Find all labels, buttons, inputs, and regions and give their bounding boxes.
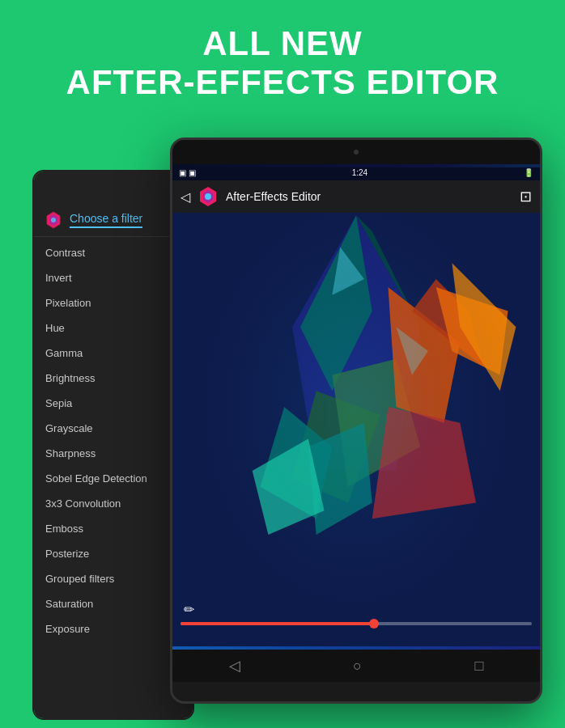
menu-item-convolution[interactable]: 3x3 Convolution xyxy=(34,491,193,516)
nav-home-button[interactable]: ○ xyxy=(353,658,362,675)
menu-item-sharpness[interactable]: Sharpness xyxy=(34,441,193,466)
svg-point-2 xyxy=(51,218,56,222)
progress-thumb xyxy=(369,619,379,629)
header-line1: ALL NEW xyxy=(0,24,565,63)
status-bar: ▣ ▣ 1:24 🔋 xyxy=(172,164,540,180)
menu-item-sepia[interactable]: Sepia xyxy=(34,391,193,416)
menu-item-exposure[interactable]: Exposure xyxy=(34,616,193,641)
progress-bar-container[interactable] xyxy=(181,622,532,625)
menu-header: Choose a filter xyxy=(34,204,193,233)
tablet-screen: ▣ ▣ 1:24 🔋 ◁ After-Effects Editor ⊡ xyxy=(172,164,540,650)
tablet-bezel-bottom xyxy=(172,682,540,704)
app-bar: ◁ After-Effects Editor ⊡ xyxy=(172,180,540,213)
nav-recent-button[interactable]: □ xyxy=(474,658,483,675)
menu-item-pixelation[interactable]: Pixelation xyxy=(34,290,193,315)
status-icons-left: ▣ ▣ xyxy=(179,168,196,177)
menu-divider xyxy=(34,236,193,237)
tablet-main: ▣ ▣ 1:24 🔋 ◁ After-Effects Editor ⊡ xyxy=(170,138,542,704)
menu-item-invert[interactable]: Invert xyxy=(34,265,193,290)
status-time: 1:24 xyxy=(352,168,367,177)
crystal-art xyxy=(172,164,540,650)
svg-rect-19 xyxy=(172,167,540,646)
wifi-icon: ▣ ▣ xyxy=(179,168,196,177)
back-arrow-icon[interactable]: ◁ xyxy=(181,189,190,205)
menu-item-sobel[interactable]: Sobel Edge Detection xyxy=(34,466,193,491)
status-icons-right: 🔋 xyxy=(524,168,533,177)
menu-title: Choose a filter xyxy=(70,212,142,228)
menu-item-posterize[interactable]: Posterize xyxy=(34,541,193,566)
app-logo xyxy=(197,185,219,208)
edit-icon[interactable]: ✏ xyxy=(184,602,194,617)
header-line2: AFTER-EFFECTS EDITOR xyxy=(0,63,565,102)
save-button[interactable]: ⊡ xyxy=(520,188,532,205)
battery-icon: 🔋 xyxy=(524,168,533,177)
tablet-wrapper: Choose a filter Contrast Invert Pixelati… xyxy=(170,138,542,720)
header-section: ALL NEW AFTER-EFFECTS EDITOR xyxy=(0,0,565,103)
menu-item-hue[interactable]: Hue xyxy=(34,315,193,341)
side-menu: Choose a filter Contrast Invert Pixelati… xyxy=(34,171,193,718)
tablet-camera xyxy=(354,150,359,154)
menu-item-grayscale[interactable]: Grayscale xyxy=(34,416,193,441)
app-icon-hex xyxy=(44,210,63,230)
menu-item-grouped[interactable]: Grouped filters xyxy=(34,566,193,591)
nav-bar: ◁ ○ □ xyxy=(172,650,540,682)
menu-item-emboss[interactable]: Emboss xyxy=(34,516,193,541)
menu-item-contrast[interactable]: Contrast xyxy=(34,240,193,265)
svg-point-22 xyxy=(205,193,211,200)
menu-item-brightness[interactable]: Brightness xyxy=(34,366,193,391)
progress-bar-fill xyxy=(181,622,374,625)
nav-back-button[interactable]: ◁ xyxy=(229,657,240,675)
app-bar-title: After-Effects Editor xyxy=(226,190,520,203)
menu-item-saturation[interactable]: Saturation xyxy=(34,591,193,616)
menu-item-gamma[interactable]: Gamma xyxy=(34,341,193,366)
tablet-bezel-top xyxy=(172,140,540,164)
